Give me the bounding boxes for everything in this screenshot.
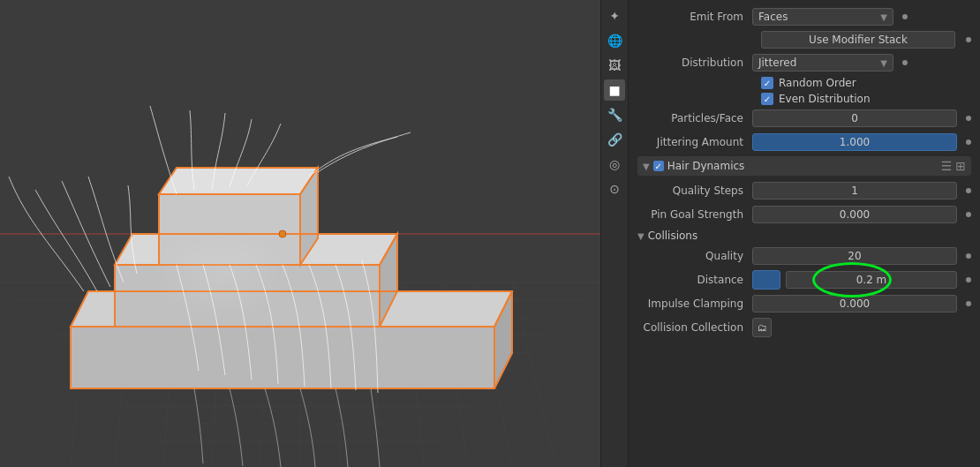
distribution-value: Jittered (758, 56, 796, 69)
jittering-field[interactable]: 1.000 (752, 133, 957, 151)
use-modifier-label: Use Modifier Stack (809, 34, 908, 46)
impulse-clamping-control: 0.000 (752, 295, 971, 313)
random-order-label: Random Order (779, 77, 856, 89)
pin-goal-dot (966, 212, 971, 217)
particles-face-dot (966, 116, 971, 121)
distribution-label: Distribution (637, 56, 752, 69)
collisions-title: Collisions (648, 230, 698, 242)
use-modifier-dot (966, 37, 971, 42)
jittering-label: Jittering Amount (637, 136, 752, 148)
jittering-dot (966, 139, 971, 145)
even-distribution-label: Even Distribution (779, 93, 871, 105)
pin-goal-field[interactable]: 0.000 (752, 206, 957, 223)
svg-point-42 (150, 230, 291, 318)
collision-quality-label: Quality (637, 250, 752, 262)
distance-label: Distance (637, 274, 752, 286)
distance-color-swatch[interactable] (752, 270, 780, 290)
even-distribution-row: Even Distribution (637, 93, 971, 105)
quality-steps-label: Quality Steps (637, 185, 752, 197)
emit-from-value: Faces (758, 11, 788, 23)
emit-from-dot (902, 14, 908, 19)
particles-face-control: 0 (752, 109, 971, 127)
hair-dynamics-icons: ☰ ⊞ (941, 159, 966, 173)
distance-row: Distance 0.2 m (637, 270, 971, 290)
impulse-clamping-dot (966, 301, 971, 306)
hair-dynamics-header[interactable]: ▼ Hair Dynamics ☰ ⊞ (637, 156, 971, 176)
quality-steps-field[interactable]: 1 (752, 182, 957, 200)
collision-quality-field[interactable]: 20 (752, 247, 957, 265)
distribution-control: Jittered ▼ (752, 54, 971, 72)
jittering-control: 1.000 (752, 133, 971, 151)
hair-dynamics-checkbox[interactable] (653, 161, 664, 171)
list-icon[interactable]: ☰ (941, 159, 953, 173)
svg-marker-25 (71, 327, 494, 388)
pin-goal-label: Pin Goal Strength (637, 208, 752, 221)
modifier-icon[interactable]: 🔧 (604, 104, 625, 125)
constraints-icon[interactable]: 🔗 (604, 129, 625, 150)
data-icon[interactable]: ◎ (604, 154, 625, 175)
random-order-row: Random Order (637, 77, 971, 89)
collision-collection-row: Collision Collection 🗂 (637, 318, 971, 337)
emit-from-row: Emit From Faces ▼ (637, 7, 971, 26)
collisions-arrow: ▼ (637, 231, 645, 241)
hair-dynamics-arrow: ▼ (643, 162, 650, 171)
impulse-clamping-label: Impulse Clamping (637, 298, 752, 310)
distribution-dropdown[interactable]: Jittered ▼ (752, 54, 893, 72)
emit-from-dropdown[interactable]: Faces ▼ (752, 8, 893, 26)
random-order-checkbox[interactable] (761, 77, 773, 89)
jittering-row: Jittering Amount 1.000 (637, 132, 971, 152)
world-icon[interactable]: 🌐 (604, 30, 625, 51)
render-icon[interactable]: 🖼 (604, 55, 625, 76)
distribution-arrow: ▼ (880, 58, 887, 68)
distance-field[interactable]: 0.2 m (786, 271, 957, 289)
collision-collection-icon[interactable]: 🗂 (752, 318, 772, 337)
use-modifier-field[interactable]: Use Modifier Stack (761, 31, 955, 49)
pin-goal-row: Pin Goal Strength 0.000 (637, 205, 971, 224)
properties-panel: Emit From Faces ▼ Use Modifier Stack Dis… (629, 0, 980, 467)
collisions-header[interactable]: ▼ Collisions (637, 230, 971, 242)
particles-face-label: Particles/Face (637, 112, 752, 124)
particles-icon[interactable]: ✦ (604, 5, 625, 26)
distance-value-wrap: 0.2 m (786, 271, 957, 289)
quality-steps-control: 1 (752, 182, 971, 200)
particles-face-field[interactable]: 0 (752, 109, 957, 127)
use-modifier-row: Use Modifier Stack (637, 31, 971, 49)
particles-face-row: Particles/Face 0 (637, 109, 971, 128)
quality-steps-row: Quality Steps 1 (637, 181, 971, 200)
impulse-clamping-row: Impulse Clamping 0.000 (637, 294, 971, 313)
hair-dynamics-title: Hair Dynamics (667, 160, 938, 172)
collision-quality-control: 20 (752, 247, 971, 265)
even-distribution-checkbox[interactable] (761, 93, 773, 105)
collision-quality-dot (966, 253, 971, 259)
collision-quality-row: Quality 20 (637, 246, 971, 266)
emit-from-control: Faces ▼ (752, 8, 971, 26)
3d-viewport[interactable] (0, 0, 600, 467)
svg-point-43 (279, 230, 286, 237)
distribution-dot (902, 60, 908, 65)
material-icon[interactable]: ⊙ (604, 178, 625, 200)
svg-marker-30 (159, 168, 318, 194)
distance-dot (966, 277, 971, 282)
impulse-clamping-field[interactable]: 0.000 (752, 295, 957, 313)
toolbar-strip: ✦ 🌐 🖼 ■ 🔧 🔗 ◎ ⊙ (600, 0, 629, 467)
distribution-row: Distribution Jittered ▼ (637, 53, 971, 72)
distance-control: 0.2 m (752, 270, 971, 290)
collision-collection-label: Collision Collection (637, 321, 752, 334)
emit-from-label: Emit From (637, 11, 752, 23)
quality-steps-dot (966, 188, 971, 193)
collision-collection-control: 🗂 (752, 318, 971, 337)
emit-from-arrow: ▼ (880, 12, 887, 22)
object-icon[interactable]: ■ (604, 79, 625, 101)
pin-goal-control: 0.000 (752, 206, 971, 223)
grid-icon[interactable]: ⊞ (955, 159, 966, 173)
